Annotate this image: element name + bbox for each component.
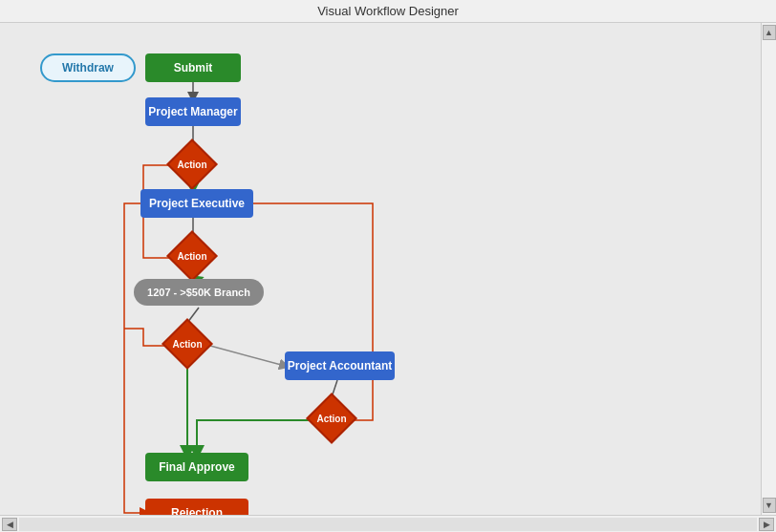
horizontal-scroll-track[interactable] bbox=[19, 518, 757, 531]
title-bar: Visual Workflow Designer bbox=[0, 0, 776, 23]
svg-line-6 bbox=[210, 346, 285, 366]
workflow-canvas: Withdraw Submit Project Manager Action P… bbox=[0, 23, 761, 515]
action3-diamond[interactable]: Action bbox=[164, 321, 210, 367]
connector-lines bbox=[0, 23, 761, 515]
project-accountant-label: Project Accountant bbox=[288, 359, 393, 372]
action4-diamond[interactable]: Action bbox=[309, 395, 355, 441]
action2-diamond-shape bbox=[166, 230, 218, 282]
scroll-left-button[interactable]: ◀ bbox=[2, 518, 17, 531]
submit-node[interactable]: Submit bbox=[145, 53, 241, 82]
action1-diamond[interactable]: Action bbox=[169, 141, 215, 187]
submit-label: Submit bbox=[174, 61, 213, 74]
branch-node[interactable]: 1207 - >$50K Branch bbox=[134, 279, 264, 306]
down-arrow-icon: ▼ bbox=[765, 500, 773, 510]
action1-diamond-shape bbox=[166, 138, 218, 190]
scroll-up-button[interactable]: ▲ bbox=[763, 25, 776, 40]
withdraw-node[interactable]: Withdraw bbox=[40, 53, 136, 82]
scroll-right-button[interactable]: ▶ bbox=[759, 518, 774, 531]
action2-diamond[interactable]: Action bbox=[169, 233, 215, 279]
up-arrow-icon: ▲ bbox=[765, 28, 773, 37]
project-executive-node[interactable]: Project Executive bbox=[140, 189, 253, 218]
project-executive-label: Project Executive bbox=[149, 197, 245, 210]
right-arrow-icon: ▶ bbox=[764, 520, 770, 529]
final-approve-label: Final Approve bbox=[159, 460, 235, 474]
rejection-node[interactable]: Rejection bbox=[145, 499, 248, 515]
rejection-label: Rejection bbox=[171, 506, 223, 515]
action3-diamond-shape bbox=[162, 318, 213, 370]
scrollbar-horizontal: ◀ ▶ bbox=[0, 515, 776, 532]
project-manager-node[interactable]: Project Manager bbox=[145, 97, 241, 126]
left-arrow-icon: ◀ bbox=[7, 520, 13, 529]
action4-diamond-shape bbox=[306, 393, 357, 444]
scroll-down-button[interactable]: ▼ bbox=[763, 498, 776, 513]
final-approve-node[interactable]: Final Approve bbox=[145, 453, 248, 481]
branch-label: 1207 - >$50K Branch bbox=[147, 287, 250, 298]
project-accountant-node[interactable]: Project Accountant bbox=[285, 351, 395, 380]
scrollbar-vertical: ▲ ▼ bbox=[761, 23, 776, 515]
project-manager-label: Project Manager bbox=[148, 105, 237, 118]
withdraw-label: Withdraw bbox=[62, 61, 114, 74]
app-title: Visual Workflow Designer bbox=[317, 4, 459, 18]
